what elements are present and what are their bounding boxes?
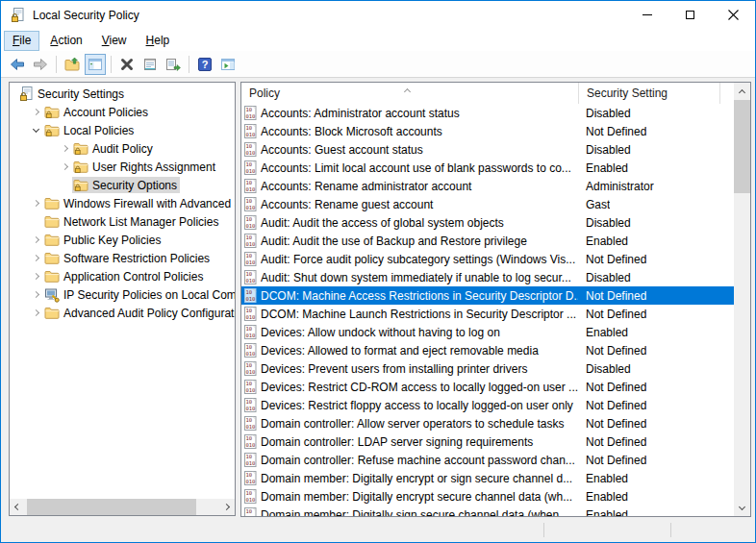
chevron-collapsed-icon[interactable] bbox=[28, 251, 43, 266]
chevron-collapsed-icon[interactable] bbox=[28, 287, 43, 303]
chevron-collapsed-icon[interactable] bbox=[57, 160, 72, 175]
tree-item-user-rights-assignment[interactable]: User Rights Assignment bbox=[10, 158, 235, 176]
tree-item-windows-firewall-with-advanced-secu[interactable]: Windows Firewall with Advanced Secu bbox=[10, 194, 235, 212]
menu-item-action[interactable]: Action bbox=[41, 31, 90, 51]
menu-item-help[interactable]: Help bbox=[138, 31, 179, 51]
scroll-down-button[interactable] bbox=[734, 500, 750, 516]
properties-icon[interactable] bbox=[139, 54, 161, 75]
chevron-collapsed-icon[interactable] bbox=[28, 233, 43, 248]
policy-icon: 10010 bbox=[244, 106, 257, 120]
chevron-collapsed-icon[interactable] bbox=[28, 196, 43, 211]
security-setting-value: Not Defined bbox=[578, 289, 646, 303]
security-setting-value: Not Defined bbox=[578, 381, 646, 394]
minimize-button[interactable] bbox=[625, 1, 668, 29]
delete-icon[interactable] bbox=[116, 54, 138, 75]
policy-name: Devices: Restrict CD-ROM access to local… bbox=[261, 381, 578, 394]
back-icon[interactable] bbox=[7, 54, 28, 75]
policy-row[interactable]: 10010DCOM: Machine Access Restrictions i… bbox=[241, 286, 734, 305]
policy-row[interactable]: 10010Accounts: Rename guest accountGast bbox=[241, 195, 734, 213]
tree-horizontal-scrollbar[interactable] bbox=[10, 499, 235, 515]
tree-item-public-key-policies[interactable]: Public Key Policies bbox=[10, 231, 235, 249]
expander-slot bbox=[28, 214, 43, 230]
policy-row[interactable]: 10010Domain controller: Allow server ope… bbox=[241, 414, 734, 432]
policy-row[interactable]: 10010Devices: Restrict floppy access to … bbox=[241, 396, 734, 414]
policy-row[interactable]: 10010Accounts: Administrator account sta… bbox=[241, 104, 734, 122]
policy-row[interactable]: 10010Accounts: Block Microsoft accountsN… bbox=[241, 122, 734, 140]
chevron-collapsed-icon[interactable] bbox=[28, 306, 43, 321]
column-header-security-setting[interactable]: Security Setting bbox=[578, 83, 720, 104]
svg-text:10: 10 bbox=[246, 180, 253, 185]
chevron-collapsed-icon[interactable] bbox=[28, 105, 43, 120]
security-setting-value: Enabled bbox=[578, 161, 628, 175]
policy-row[interactable]: 10010Devices: Restrict CD-ROM access to … bbox=[241, 378, 734, 396]
tree-item-network-list-manager-policies[interactable]: Network List Manager Policies bbox=[10, 212, 235, 231]
scroll-left-button[interactable] bbox=[10, 499, 26, 515]
tree-item-local-policies[interactable]: Local Policies bbox=[10, 121, 235, 139]
folder-lock-icon bbox=[44, 123, 61, 138]
policy-row[interactable]: 10010Domain member: Digitally sign secur… bbox=[241, 506, 734, 516]
maximize-button[interactable] bbox=[668, 1, 712, 29]
policy-row[interactable]: 10010Audit: Shut down system immediately… bbox=[241, 268, 734, 286]
policy-row[interactable]: 10010Domain controller: LDAP server sign… bbox=[241, 432, 734, 451]
horizontal-scroll-thumb[interactable] bbox=[27, 499, 196, 515]
menu-item-file[interactable]: File bbox=[4, 31, 39, 51]
policy-name: DCOM: Machine Launch Restrictions in Sec… bbox=[261, 308, 578, 321]
policy-name: Accounts: Administrator account status bbox=[261, 107, 578, 120]
show-action-pane-icon[interactable] bbox=[217, 54, 239, 75]
up-one-level-icon[interactable] bbox=[62, 54, 83, 75]
vertical-scroll-thumb[interactable] bbox=[734, 100, 750, 193]
tree-item-security-options[interactable]: Security Options bbox=[10, 176, 235, 194]
chevron-expanded-icon[interactable] bbox=[28, 123, 43, 138]
tree-item-software-restriction-policies[interactable]: Software Restriction Policies bbox=[10, 249, 235, 267]
policy-row[interactable]: 10010Accounts: Rename administrator acco… bbox=[241, 177, 734, 195]
forward-icon[interactable] bbox=[30, 54, 51, 75]
policy-row[interactable]: 10010Domain member: Digitally encrypt se… bbox=[241, 487, 734, 506]
tree-item-ip-security-policies-on-local-compute[interactable]: IP Security Policies on Local Compute bbox=[10, 285, 235, 304]
scroll-right-button[interactable] bbox=[218, 499, 235, 515]
chevron-collapsed-icon[interactable] bbox=[28, 269, 43, 284]
tree-item-application-control-policies[interactable]: Application Control Policies bbox=[10, 267, 235, 285]
policy-row[interactable]: 10010DCOM: Machine Launch Restrictions i… bbox=[241, 305, 734, 323]
policy-row[interactable]: 10010Accounts: Guest account statusDisab… bbox=[241, 140, 734, 159]
close-icon bbox=[728, 10, 739, 20]
policy-row[interactable]: 10010Domain controller: Refuse machine a… bbox=[241, 451, 734, 469]
help-icon[interactable]: ? bbox=[194, 54, 215, 75]
close-button[interactable] bbox=[712, 1, 755, 29]
policy-row[interactable]: 10010Devices: Prevent users from install… bbox=[241, 359, 734, 378]
policy-row[interactable]: 10010Audit: Audit the use of Backup and … bbox=[241, 232, 734, 250]
tree-item-account-policies[interactable]: Account Policies bbox=[10, 103, 235, 121]
policy-row[interactable]: 10010Devices: Allowed to format and ejec… bbox=[241, 341, 734, 359]
security-setting-value: Disabled bbox=[578, 362, 631, 376]
svg-text:010: 010 bbox=[246, 515, 256, 517]
ipsec-icon bbox=[44, 287, 61, 303]
show-console-tree-icon[interactable] bbox=[85, 54, 106, 75]
svg-text:10: 10 bbox=[246, 435, 253, 441]
tree-item-label: IP Security Policies on Local Compute bbox=[63, 288, 235, 302]
policy-row[interactable]: 10010Audit: Audit the access of global s… bbox=[241, 213, 734, 232]
list-vertical-scrollbar[interactable] bbox=[734, 83, 750, 516]
tree-item-advanced-audit-policy-configuration[interactable]: Advanced Audit Policy Configuration bbox=[10, 304, 235, 322]
tree-item-security-settings[interactable]: Security Settings bbox=[10, 85, 235, 103]
svg-text:010: 010 bbox=[246, 241, 256, 247]
scroll-up-button[interactable] bbox=[734, 83, 750, 99]
policy-row[interactable]: 10010Audit: Force audit policy subcatego… bbox=[241, 250, 734, 268]
chevron-collapsed-icon[interactable] bbox=[57, 141, 72, 157]
policy-icon: 10010 bbox=[244, 307, 257, 321]
policy-row[interactable]: 10010Accounts: Limit local account use o… bbox=[241, 159, 734, 177]
policy-row[interactable]: 10010Domain member: Digitally encrypt or… bbox=[241, 469, 734, 487]
policy-icon: 10010 bbox=[244, 179, 257, 193]
policy-row[interactable]: 10010Devices: Allow undock without havin… bbox=[241, 323, 734, 341]
menu-item-view[interactable]: View bbox=[93, 31, 136, 51]
policy-name: Domain member: Digitally encrypt secure … bbox=[261, 490, 578, 504]
security-setting-value: Not Defined bbox=[578, 399, 646, 412]
column-header-policy[interactable]: Policy bbox=[241, 83, 578, 104]
policy-name: Audit: Audit the use of Backup and Resto… bbox=[261, 234, 578, 248]
minimize-icon bbox=[643, 14, 652, 15]
titlebar: Local Security Policy bbox=[1, 1, 755, 30]
security-setting-value: Enabled bbox=[578, 508, 628, 517]
svg-text:10: 10 bbox=[246, 454, 253, 459]
export-list-icon[interactable] bbox=[163, 54, 184, 75]
toolbar-separator bbox=[189, 56, 189, 73]
tree-item-label: Windows Firewall with Advanced Secu bbox=[63, 197, 235, 210]
tree-item-audit-policy[interactable]: Audit Policy bbox=[10, 139, 235, 158]
